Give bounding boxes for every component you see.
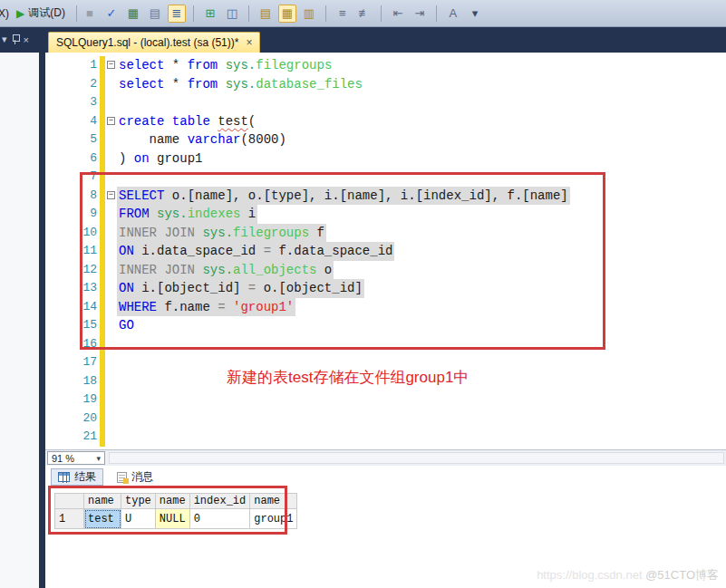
line-number: 2 <box>45 75 100 94</box>
results-tab-label: 结果 <box>74 469 96 485</box>
code-text: ) on group1 <box>117 149 204 169</box>
results-pane: 结果 消息 nametypenameindex_idname1testUNULL… <box>45 466 726 588</box>
comment-icon[interactable]: ≡ <box>334 5 352 23</box>
editor-status-row: 91 % ▾ <box>45 449 726 466</box>
code-line: 5 name varchar(8000) <box>45 130 726 149</box>
estimated-plan-icon[interactable]: ▦ <box>124 5 142 23</box>
indent-icon[interactable]: ⇥ <box>411 5 429 23</box>
line-number: 19 <box>45 390 100 410</box>
chevron-down-icon[interactable]: ▾ <box>2 34 7 45</box>
pin-icon[interactable] <box>12 34 19 44</box>
fold-margin <box>105 149 117 169</box>
code-line: 21 <box>45 428 726 447</box>
code-line: 20 <box>45 410 726 429</box>
line-number: 18 <box>45 372 100 391</box>
collapsed-side-panel[interactable] <box>0 53 39 588</box>
code-text: name varchar(8000) <box>117 130 288 149</box>
messages-icon <box>117 472 127 483</box>
results-grid-icon <box>58 472 70 482</box>
toolbar-overflow-icon[interactable]: ▾ <box>466 5 484 23</box>
code-text <box>117 428 121 447</box>
line-number: 3 <box>45 93 100 112</box>
messages-tab-label: 消息 <box>131 469 153 485</box>
stop-icon[interactable]: ■ <box>81 5 99 23</box>
collapse-icon[interactable]: − <box>107 61 115 69</box>
horizontal-scrollbar[interactable] <box>109 452 724 464</box>
watermark: https://blog.csdn.net @51CTO博客 <box>537 567 719 583</box>
parse-check-icon[interactable]: ✓ <box>102 5 121 23</box>
fold-margin <box>105 93 117 112</box>
tab-messages[interactable]: 消息 <box>111 468 160 486</box>
tab-close-icon[interactable]: × <box>246 36 252 49</box>
fold-margin <box>105 410 117 429</box>
query-options-icon[interactable]: ▤ <box>146 5 164 23</box>
fold-margin <box>105 75 117 94</box>
zoom-level-dropdown[interactable]: 91 % ▾ <box>47 451 105 465</box>
uncomment-icon[interactable]: ≢ <box>355 5 373 23</box>
toolbar-separator <box>381 5 382 22</box>
code-editor[interactable]: 1−select * from sys.filegroups2select * … <box>45 53 726 449</box>
code-text: select * from sys.database_files <box>117 75 364 94</box>
results-to-grid-icon[interactable]: ▦ <box>278 5 296 23</box>
line-number: 20 <box>45 410 100 429</box>
code-text: select * from sys.filegroups <box>117 56 334 75</box>
collapse-icon[interactable]: − <box>107 117 115 125</box>
annotation-text: 新建的表test存储在文件组group1中 <box>227 367 469 388</box>
toolbar-separator <box>193 5 194 22</box>
results-to-file-icon[interactable]: ▥ <box>300 5 318 23</box>
annotation-box-query <box>80 172 605 350</box>
toolbar-separator <box>76 5 77 22</box>
close-icon[interactable]: × <box>24 34 29 45</box>
tool-window-header: ▾ × <box>2 34 29 45</box>
ssms-window: (X) ▶ 调试(D) ■✓▦▤≣⊞◫▤▦▥≡≢⇤⇥A▾ ▾ × SQLQuer… <box>0 0 726 588</box>
code-text <box>117 372 121 391</box>
outdent-icon[interactable]: ⇤ <box>389 5 407 23</box>
toolbar-separator <box>325 5 326 22</box>
results-tab-strip: 结果 消息 <box>51 468 160 486</box>
execute-menu-partial[interactable]: (X) <box>0 7 9 20</box>
results-to-text-icon[interactable]: ▤ <box>257 5 275 23</box>
code-line: 6) on group1 <box>45 149 726 169</box>
line-number: 17 <box>45 353 100 372</box>
code-text <box>117 410 121 429</box>
document-tab[interactable]: SQLQuery1.sql - (local).test (sa (51))* … <box>48 32 260 53</box>
fold-margin <box>105 372 117 391</box>
document-tab-title: SQLQuery1.sql - (local).test (sa (51))* <box>56 36 238 49</box>
fold-margin: − <box>105 112 117 131</box>
code-text: create table test( <box>117 112 257 131</box>
fold-margin <box>105 353 117 372</box>
zoom-level-value: 91 % <box>52 453 74 464</box>
code-text <box>117 353 121 372</box>
intellisense-icon[interactable]: ≣ <box>168 5 186 23</box>
toolbar-separator <box>436 5 437 22</box>
line-number: 21 <box>45 428 100 447</box>
fold-margin <box>105 390 117 410</box>
line-number: 4 <box>45 112 100 131</box>
fold-margin <box>105 428 117 447</box>
client-statistics-icon[interactable]: ◫ <box>223 5 241 23</box>
line-number: 1 <box>45 56 100 75</box>
line-number: 6 <box>45 149 100 169</box>
code-text <box>117 390 121 410</box>
code-line: 19 <box>45 390 726 410</box>
fold-margin: − <box>105 56 117 75</box>
tab-results[interactable]: 结果 <box>51 468 103 486</box>
sql-editor-toolbar: (X) ▶ 调试(D) ■✓▦▤≣⊞◫▤▦▥≡≢⇤⇥A▾ <box>0 0 726 27</box>
annotation-box-results <box>48 486 287 535</box>
debug-play-icon[interactable]: ▶ <box>16 7 24 20</box>
watermark-url: https://blog.csdn.net <box>537 568 642 582</box>
watermark-handle: @51CTO博客 <box>645 568 719 582</box>
code-line: 2select * from sys.database_files <box>45 75 726 94</box>
zoom-dropdown-arrow: ▾ <box>96 454 101 463</box>
panel-splitter[interactable] <box>39 53 45 588</box>
toolbar-icons: ■✓▦▤≣⊞◫▤▦▥≡≢⇤⇥A▾ <box>81 5 484 23</box>
case-toggle-icon[interactable]: A <box>444 5 462 23</box>
fold-margin <box>105 130 117 149</box>
actual-plan-icon[interactable]: ⊞ <box>201 5 219 23</box>
code-line: 3 <box>45 93 726 112</box>
toolbar-separator <box>248 5 249 22</box>
code-line: 4−create table test( <box>45 112 726 131</box>
code-line: 1−select * from sys.filegroups <box>45 56 726 75</box>
debug-menu-item[interactable]: 调试(D) <box>28 5 65 21</box>
code-text <box>117 93 121 112</box>
